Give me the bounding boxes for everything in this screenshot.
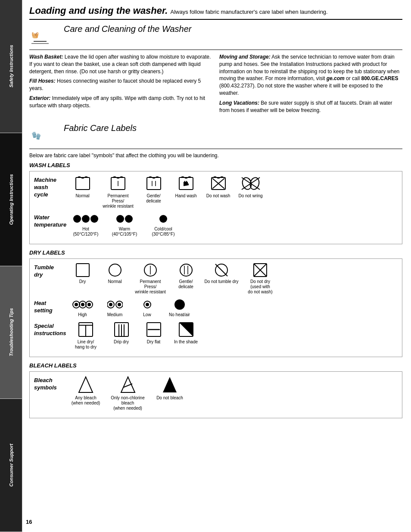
dry-dry-label: Dry (79, 279, 86, 284)
svg-text:🧤: 🧤 (31, 131, 41, 140)
care-title-row: 🧺 Care and Cleaning of the Washer (29, 24, 402, 50)
temp-cold-label: Cold/cool(30°C/85°F) (152, 227, 174, 237)
bleach-symbols: Any bleach(when needed) Only non-chlorin… (68, 375, 398, 411)
heat-setting-row: Heatsetting High (34, 298, 398, 317)
care-body: Wash Basket: Leave the lid open after wa… (29, 53, 402, 116)
heat-setting-label: Heatsetting (34, 298, 68, 314)
svg-marker-63 (163, 377, 177, 392)
symbol-heat-none: No heat/air (165, 298, 193, 317)
heat-high-label: High (78, 312, 87, 317)
heat-medium-label: Medium (107, 312, 123, 317)
sidebar: Safety Instructions Operating Instructio… (0, 0, 22, 532)
care-col1: Wash Basket: Leave the lid open after wa… (29, 53, 212, 116)
svg-text:🧺: 🧺 (31, 31, 39, 39)
fabric-icon: 🧤 (29, 123, 55, 147)
symbol-spec-line: Line dry/hang to dry (68, 321, 103, 350)
care-icon: 🧺 (29, 24, 55, 48)
symbol-wash-gentle: Gentle/delicate (140, 175, 168, 204)
svg-rect-4 (76, 177, 90, 190)
symbol-wash-normal: Normal (68, 175, 97, 199)
symbol-wash-permpress: Permanent Press/wrinkle resistant (101, 175, 135, 209)
svg-point-20 (90, 215, 98, 223)
symbol-heat-medium: Medium (101, 298, 129, 317)
fabric-title: Fabric Care Labels (64, 123, 137, 133)
fabric-title-row: 🧤 Fabric Care Labels (29, 123, 402, 149)
sidebar-operating-label: Operating Instructions (9, 174, 14, 225)
wash-cycle-label: Machinewashcycle (34, 175, 68, 199)
spec-flat-label: Dry flat (147, 339, 161, 345)
symbol-bleach-any: Any bleach(when needed) (68, 375, 103, 406)
page-header: Loading and using the washer. Always fol… (29, 5, 402, 20)
symbol-dry-dry: Dry (68, 262, 97, 284)
wash-hand-label: Hand wash (175, 193, 196, 199)
tumble-dry-label: Tumbledry (34, 262, 68, 279)
svg-point-45 (118, 303, 121, 306)
fabric-section: 🧤 Fabric Care Labels Below are fabric ca… (29, 123, 402, 418)
care-col2: Moving and Storage: Ask the service tech… (219, 53, 402, 116)
symbol-spec-flat: Dry flat (140, 321, 168, 345)
symbol-spec-shade: In the shade (172, 321, 200, 345)
symbol-dry-donot: Do not dry(used withdo not wash) (243, 262, 277, 295)
svg-point-18 (73, 215, 81, 223)
dry-notumble-label: Do not tumble dry (205, 279, 239, 284)
symbol-bleach-donot: Do not bleach (153, 375, 187, 401)
dry-gentle-label: Gentle/delicate (178, 279, 193, 289)
spec-line-label: Line dry/hang to dry (75, 339, 97, 350)
main-content: Loading and using the washer. Always fol… (22, 0, 411, 532)
symbol-heat-low: Low (133, 298, 161, 317)
bleach-symbols-label: Bleachsymbols (34, 375, 68, 392)
tumble-dry-row: Tumbledry Dry Normal (34, 262, 398, 295)
svg-point-19 (82, 215, 90, 223)
page-title: Loading and using the washer. (29, 5, 168, 16)
svg-point-28 (180, 264, 192, 276)
wash-temp-label: Watertemperature (34, 212, 68, 229)
svg-rect-24 (76, 264, 89, 277)
sidebar-consumer: Consumer Support (0, 399, 22, 532)
vacations-label: Long Vacations: (219, 100, 259, 106)
temp-hot-label: Hot(50°C/120°F) (73, 227, 99, 237)
wash-normal-label: Normal (75, 193, 89, 199)
symbol-bleach-nonchlorine: Only non-chlorine bleach(when needed) (107, 375, 148, 411)
wash-cycle-row: Machinewashcycle Normal (34, 175, 398, 209)
svg-point-22 (125, 215, 133, 223)
svg-rect-7 (147, 177, 161, 190)
bleach-labels-title: BLEACH LABELS (29, 362, 402, 369)
symbol-wash-donot: Do not wash (204, 175, 232, 199)
spec-drip-label: Drip dry (114, 339, 129, 345)
temp-warm-label: Warm(40°C/105°F) (112, 227, 137, 237)
wash-labels-title: WASH LABELS (29, 162, 402, 168)
svg-marker-60 (79, 377, 93, 392)
symbol-temp-cold: Cold/cool(30°C/85°F) (146, 212, 181, 237)
symbol-dry-gentle: Gentle/delicate (172, 262, 200, 289)
wash-permpress-label: Permanent Press/wrinkle resistant (101, 193, 135, 209)
svg-point-48 (174, 299, 185, 310)
bleach-donot-label: Do not bleach (156, 395, 183, 401)
special-instructions-row: Specialinstructions Line dry/hang to dry (34, 321, 398, 350)
wash-temp-row: Watertemperature Hot(50°C/120°F) (34, 212, 398, 237)
heat-low-label: Low (143, 312, 151, 317)
fill-hoses-label: Fill Hoses: (29, 78, 56, 84)
page-number: 16 (26, 519, 32, 525)
dry-labels-box: Tumbledry Dry Normal (29, 258, 402, 357)
symbol-wash-nowring: Do not wring (237, 175, 265, 199)
wash-donot-label: Do not wash (206, 193, 230, 199)
svg-point-23 (159, 215, 167, 223)
svg-point-41 (87, 303, 91, 306)
bleach-nonchlorine-label: Only non-chlorine bleach(when needed) (107, 395, 148, 411)
svg-marker-61 (121, 377, 135, 392)
heat-none-label: No heat/air (169, 312, 190, 317)
symbol-heat-high: High (68, 298, 97, 317)
page-subtitle: Always follow fabric manufacturer's care… (170, 9, 327, 15)
special-instructions-label: Specialinstructions (34, 321, 68, 337)
wash-cycle-symbols: Normal Permanent Press/wrinkle resistant (68, 175, 398, 209)
wash-nowring-label: Do not wring (238, 193, 262, 199)
sidebar-safety: Safety Instructions (0, 0, 22, 133)
symbol-temp-hot: Hot(50°C/120°F) (68, 212, 103, 237)
exterior-label: Exterior: (29, 95, 50, 101)
svg-marker-59 (179, 323, 193, 336)
dry-labels-title: DRY LABELS (29, 249, 402, 256)
wash-temp-symbols: Hot(50°C/120°F) Warm(40°C/105°F) Co (68, 212, 398, 237)
dry-donot-label: Do not dry(used withdo not wash) (248, 279, 272, 295)
wash-basket-label: Wash Basket: (29, 54, 63, 60)
dry-normal-label: Normal (108, 279, 121, 284)
